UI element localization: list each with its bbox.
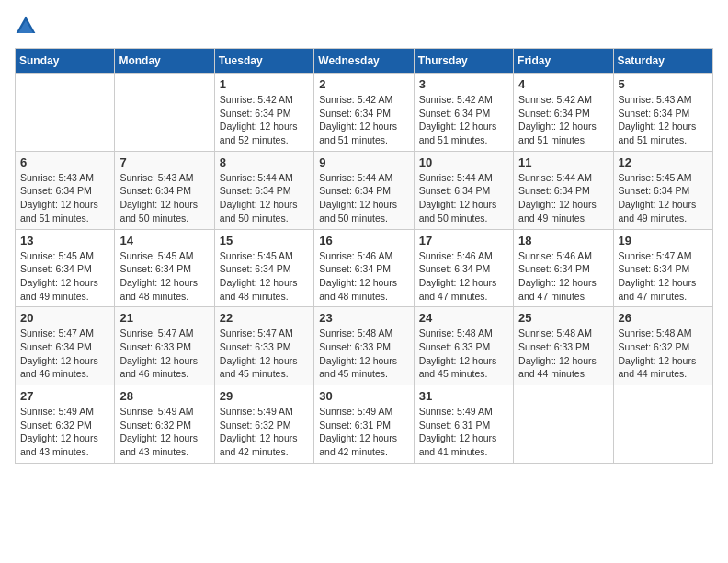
cell-daylight: Daylight: 12 hours and 44 minutes.: [518, 355, 597, 380]
calendar-cell: 31 Sunrise: 5:49 AM Sunset: 6:31 PM Dayl…: [414, 385, 513, 464]
cell-sunrise: Sunrise: 5:48 AM: [319, 327, 392, 339]
calendar-cell: 14 Sunrise: 5:45 AM Sunset: 6:34 PM Dayl…: [115, 229, 214, 307]
day-number: 4: [518, 77, 608, 91]
day-number: 1: [220, 77, 309, 91]
cell-sunrise: Sunrise: 5:49 AM: [20, 406, 94, 417]
calendar-cell: 2 Sunrise: 5:42 AM Sunset: 6:34 PM Dayli…: [314, 74, 414, 152]
calendar-cell: 23 Sunrise: 5:48 AM Sunset: 6:33 PM Dayl…: [314, 307, 414, 385]
cell-daylight: Daylight: 12 hours and 45 minutes.: [319, 355, 397, 380]
day-number: 2: [319, 77, 408, 91]
cell-sunset: Sunset: 6:34 PM: [220, 108, 291, 119]
calendar-week-row: 6 Sunrise: 5:43 AM Sunset: 6:34 PM Dayli…: [16, 151, 713, 229]
day-number: 6: [20, 155, 109, 169]
calendar-cell: [613, 385, 712, 464]
cell-sunrise: Sunrise: 5:44 AM: [319, 172, 392, 183]
calendar-cell: 24 Sunrise: 5:48 AM Sunset: 6:33 PM Dayl…: [414, 307, 513, 385]
calendar-cell: 12 Sunrise: 5:45 AM Sunset: 6:34 PM Dayl…: [613, 151, 712, 229]
cell-sunset: Sunset: 6:32 PM: [619, 341, 690, 352]
cell-sunrise: Sunrise: 5:45 AM: [119, 250, 193, 261]
day-number: 15: [220, 234, 309, 247]
calendar-cell: 17 Sunrise: 5:46 AM Sunset: 6:34 PM Dayl…: [414, 229, 513, 307]
day-number: 22: [220, 311, 309, 325]
day-number: 25: [518, 311, 608, 325]
cell-sunrise: Sunrise: 5:47 AM: [220, 327, 293, 339]
calendar-week-row: 20 Sunrise: 5:47 AM Sunset: 6:34 PM Dayl…: [16, 307, 713, 385]
calendar-cell: 10 Sunrise: 5:44 AM Sunset: 6:34 PM Dayl…: [414, 151, 513, 229]
column-header-friday: Friday: [514, 49, 613, 74]
cell-sunrise: Sunrise: 5:43 AM: [20, 172, 94, 183]
calendar-table: SundayMondayTuesdayWednesdayThursdayFrid…: [15, 48, 713, 464]
cell-daylight: Daylight: 12 hours and 45 minutes.: [220, 355, 298, 380]
day-number: 29: [220, 389, 309, 403]
cell-sunrise: Sunrise: 5:47 AM: [119, 327, 193, 339]
cell-daylight: Daylight: 12 hours and 51 minutes.: [518, 121, 597, 145]
day-number: 30: [319, 389, 408, 403]
calendar-cell: 3 Sunrise: 5:42 AM Sunset: 6:34 PM Dayli…: [414, 74, 513, 152]
calendar-cell: 4 Sunrise: 5:42 AM Sunset: 6:34 PM Dayli…: [514, 74, 613, 152]
day-number: 31: [419, 389, 508, 403]
cell-sunset: Sunset: 6:34 PM: [619, 185, 690, 196]
day-number: 10: [419, 155, 508, 169]
cell-sunset: Sunset: 6:34 PM: [518, 108, 590, 119]
cell-daylight: Daylight: 12 hours and 46 minutes.: [119, 355, 198, 380]
cell-daylight: Daylight: 12 hours and 49 minutes.: [619, 199, 697, 224]
cell-sunrise: Sunrise: 5:46 AM: [419, 250, 493, 261]
cell-sunset: Sunset: 6:34 PM: [619, 108, 690, 119]
cell-daylight: Daylight: 12 hours and 49 minutes.: [518, 199, 597, 224]
calendar-cell: 15 Sunrise: 5:45 AM Sunset: 6:34 PM Dayl…: [214, 229, 313, 307]
calendar-cell: [115, 74, 214, 152]
day-number: 3: [419, 77, 508, 91]
cell-sunrise: Sunrise: 5:49 AM: [419, 406, 493, 417]
calendar-cell: 11 Sunrise: 5:44 AM Sunset: 6:34 PM Dayl…: [514, 151, 613, 229]
cell-sunset: Sunset: 6:33 PM: [518, 341, 590, 352]
cell-sunset: Sunset: 6:33 PM: [419, 341, 491, 352]
calendar-cell: 13 Sunrise: 5:45 AM Sunset: 6:34 PM Dayl…: [16, 229, 115, 307]
calendar-cell: 27 Sunrise: 5:49 AM Sunset: 6:32 PM Dayl…: [16, 385, 115, 464]
cell-daylight: Daylight: 12 hours and 43 minutes.: [119, 432, 198, 457]
cell-sunset: Sunset: 6:34 PM: [419, 108, 491, 119]
calendar-cell: 26 Sunrise: 5:48 AM Sunset: 6:32 PM Dayl…: [613, 307, 712, 385]
day-number: 12: [619, 155, 708, 169]
day-number: 19: [619, 234, 708, 247]
day-number: 7: [119, 155, 209, 169]
cell-sunrise: Sunrise: 5:49 AM: [319, 406, 392, 417]
cell-daylight: Daylight: 12 hours and 47 minutes.: [419, 277, 497, 302]
day-number: 20: [20, 311, 109, 325]
cell-daylight: Daylight: 12 hours and 49 minutes.: [20, 277, 98, 302]
cell-sunset: Sunset: 6:34 PM: [419, 263, 491, 274]
cell-sunrise: Sunrise: 5:43 AM: [619, 94, 692, 105]
cell-sunset: Sunset: 6:34 PM: [119, 185, 191, 196]
page-header: [15, 15, 713, 37]
cell-sunset: Sunset: 6:33 PM: [319, 341, 391, 352]
cell-sunset: Sunset: 6:34 PM: [419, 185, 491, 196]
cell-sunset: Sunset: 6:34 PM: [20, 185, 92, 196]
column-header-wednesday: Wednesday: [314, 49, 414, 74]
cell-daylight: Daylight: 12 hours and 48 minutes.: [319, 277, 397, 302]
cell-sunset: Sunset: 6:34 PM: [220, 263, 291, 274]
calendar-week-row: 13 Sunrise: 5:45 AM Sunset: 6:34 PM Dayl…: [16, 229, 713, 307]
column-header-sunday: Sunday: [16, 49, 115, 74]
cell-sunrise: Sunrise: 5:48 AM: [518, 327, 592, 339]
cell-sunrise: Sunrise: 5:47 AM: [20, 327, 94, 339]
cell-daylight: Daylight: 12 hours and 51 minutes.: [319, 121, 397, 145]
calendar-cell: 6 Sunrise: 5:43 AM Sunset: 6:34 PM Dayli…: [16, 151, 115, 229]
cell-daylight: Daylight: 12 hours and 52 minutes.: [220, 121, 298, 145]
cell-sunrise: Sunrise: 5:46 AM: [319, 250, 392, 261]
cell-daylight: Daylight: 12 hours and 51 minutes.: [419, 121, 497, 145]
day-number: 27: [20, 389, 109, 403]
cell-sunset: Sunset: 6:34 PM: [518, 263, 590, 274]
cell-sunrise: Sunrise: 5:49 AM: [119, 406, 193, 417]
cell-daylight: Daylight: 12 hours and 45 minutes.: [419, 355, 497, 380]
calendar-cell: 8 Sunrise: 5:44 AM Sunset: 6:34 PM Dayli…: [214, 151, 313, 229]
calendar-cell: 5 Sunrise: 5:43 AM Sunset: 6:34 PM Dayli…: [613, 74, 712, 152]
cell-sunset: Sunset: 6:33 PM: [220, 341, 291, 352]
calendar-week-row: 1 Sunrise: 5:42 AM Sunset: 6:34 PM Dayli…: [16, 74, 713, 152]
calendar-cell: 28 Sunrise: 5:49 AM Sunset: 6:32 PM Dayl…: [115, 385, 214, 464]
day-number: 9: [319, 155, 408, 169]
cell-sunrise: Sunrise: 5:44 AM: [518, 172, 592, 183]
calendar-cell: 20 Sunrise: 5:47 AM Sunset: 6:34 PM Dayl…: [16, 307, 115, 385]
cell-sunset: Sunset: 6:34 PM: [319, 108, 391, 119]
cell-sunset: Sunset: 6:33 PM: [119, 341, 191, 352]
cell-daylight: Daylight: 12 hours and 50 minutes.: [119, 199, 198, 224]
column-header-thursday: Thursday: [414, 49, 513, 74]
